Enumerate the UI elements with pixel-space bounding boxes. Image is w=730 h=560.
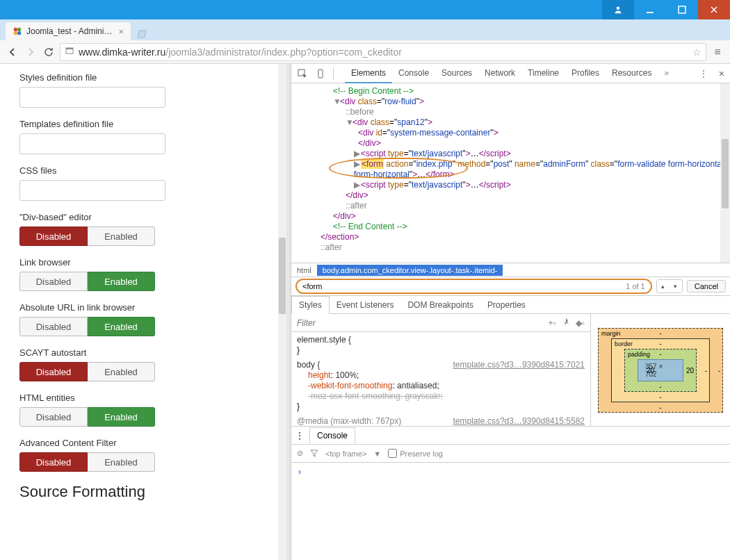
tab-resources[interactable]: Resources [606,64,658,83]
styles-definition-input[interactable] [19,87,165,108]
enabled-button[interactable]: Enabled [88,407,155,427]
breadcrumb-item-active[interactable]: body.admin.com_ckeditor.view-.layout-.ta… [317,265,503,276]
element-state-icon[interactable]: ◆▫ [576,318,585,328]
svg-point-3 [14,28,17,31]
styles-tab-breakpoints[interactable]: DOM Breakpoints [400,297,480,313]
enabled-button[interactable]: Enabled [88,452,155,472]
disabled-button[interactable]: Disabled [19,362,88,381]
styles-tab-styles[interactable]: Styles [291,296,330,314]
new-tab-button[interactable] [135,28,149,40]
disabled-button[interactable]: Disabled [19,227,88,246]
context-selector[interactable]: <top frame> [325,450,366,458]
tab-console[interactable]: Console [392,64,435,83]
site-info-icon[interactable] [65,46,74,58]
link-browser-toggle: Disabled Enabled [19,272,155,291]
scrollbar-thumb[interactable] [279,238,286,314]
tab-close-icon[interactable]: × [118,26,124,37]
dom-comment: <!-- Begin Content --> [333,86,730,97]
field-label: CSS files [19,165,267,176]
find-cancel-button[interactable]: Cancel [687,280,726,293]
styles-tab-properties[interactable]: Properties [480,297,533,313]
back-button[interactable] [6,45,19,59]
address-bar[interactable]: www.dimka-writer.ru/joomla3/administrato… [60,43,706,61]
window-close-button[interactable] [698,0,730,19]
disabled-button[interactable]: Disabled [19,452,88,472]
device-mode-icon[interactable] [315,68,326,79]
tab-network[interactable]: Network [478,64,521,83]
find-next-button[interactable]: ▾ [670,280,682,293]
disabled-button[interactable]: Disabled [19,317,88,336]
inspect-element-icon[interactable] [297,68,308,79]
devtools-menu-icon[interactable]: ⋮ [699,69,708,79]
tab-timeline[interactable]: Timeline [521,64,565,83]
browser-toolbar: www.dimka-writer.ru/joomla3/administrato… [0,40,730,64]
svg-rect-8 [66,48,73,49]
scrollbar-thumb[interactable] [722,139,729,208]
css-source-link[interactable]: template.css?d3…9390d8415:5582 [453,416,585,426]
enabled-button[interactable]: Enabled [88,362,155,381]
filter-icon[interactable] [310,449,318,459]
styles-tab-listeners[interactable]: Event Listeners [330,297,401,313]
find-prev-button[interactable]: ▴ [657,280,670,293]
tab-profiles[interactable]: Profiles [565,64,606,83]
new-style-icon[interactable]: +▫ [548,318,555,328]
browser-menu-button[interactable]: ≡ [711,46,724,58]
browser-tab-strip: Joomla_test - Administrati × [0,19,730,40]
dom-breadcrumb: html body.admin.com_ckeditor.view-.layou… [291,263,730,277]
drawer-console-tab[interactable]: Console [309,427,355,443]
scayt-autostart-toggle: Disabled Enabled [19,362,155,381]
bookmark-star-icon[interactable]: ☆ [692,47,701,58]
disabled-button[interactable]: Disabled [19,407,88,427]
forward-button[interactable] [24,45,38,59]
find-input[interactable]: 1 of 1 [295,279,652,294]
field-label: Templates definition file [19,119,267,129]
disabled-button[interactable]: Disabled [19,272,88,291]
browser-tab[interactable]: Joomla_test - Administrati × [6,22,131,40]
enabled-button[interactable]: Enabled [88,227,155,246]
styles-filter-input[interactable] [297,318,542,328]
find-input-field[interactable] [302,282,626,290]
devtools-close-icon[interactable]: × [719,68,724,79]
window-minimize-button[interactable] [634,0,666,19]
svg-point-5 [14,31,17,35]
console-drawer: ⋮ Console ⊘ <top frame> ▼ Preserve log › [291,427,730,560]
styles-panel: +▫ ◆▫ element.style { } body {template.c… [291,314,730,427]
absolute-url-toggle: Disabled Enabled [19,317,155,336]
section-heading: Source Formatting [19,483,267,501]
scrollbar-track[interactable] [278,64,286,560]
preserve-log-checkbox[interactable] [388,449,397,458]
svg-point-4 [17,28,21,31]
devtools-tabs: Elements Console Sources Network Timelin… [345,64,692,83]
css-source-link[interactable]: template.css?d3…9390d8415:7021 [453,360,585,370]
tabs-overflow-icon[interactable]: » [658,64,675,83]
tab-elements[interactable]: Elements [345,64,392,83]
find-bar: 1 of 1 ▴ ▾ Cancel [291,277,730,296]
toggle-label: SCAYT autostart [19,347,267,358]
tab-title: Joomla_test - Administrati [26,26,114,36]
svg-rect-10 [318,69,323,78]
enabled-button[interactable]: Enabled [88,317,155,336]
field-label: Styles definition file [19,72,267,83]
reload-button[interactable] [42,45,56,59]
window-user-button[interactable] [602,0,634,19]
dom-tree[interactable]: <!-- Begin Content --> ▼<div class="row-… [291,83,730,263]
svg-point-6 [17,31,21,35]
drawer-menu-icon[interactable]: ⋮ [295,431,304,440]
css-files-input[interactable] [19,180,165,201]
breadcrumb-item[interactable]: html [291,265,317,276]
templates-definition-input[interactable] [19,133,165,154]
window-maximize-button[interactable] [666,0,698,19]
context-dropdown-icon[interactable]: ▼ [373,450,381,458]
preserve-log-label: Preserve log [400,450,443,458]
div-based-editor-toggle: Disabled Enabled [19,227,155,246]
clear-console-icon[interactable]: ⊘ [297,449,303,458]
pin-icon[interactable] [562,318,570,328]
devtools-toolbar: Elements Console Sources Network Timelin… [291,64,730,83]
enabled-button[interactable]: Enabled [88,272,155,291]
console-output[interactable]: › [291,463,730,560]
css-rules[interactable]: element.style { } body {template.css?d3…… [291,332,590,426]
advanced-content-filter-toggle: Disabled Enabled [19,452,155,472]
dom-scrollbar[interactable] [720,83,730,263]
devtools-panel: Elements Console Sources Network Timelin… [291,64,730,560]
tab-sources[interactable]: Sources [435,64,478,83]
